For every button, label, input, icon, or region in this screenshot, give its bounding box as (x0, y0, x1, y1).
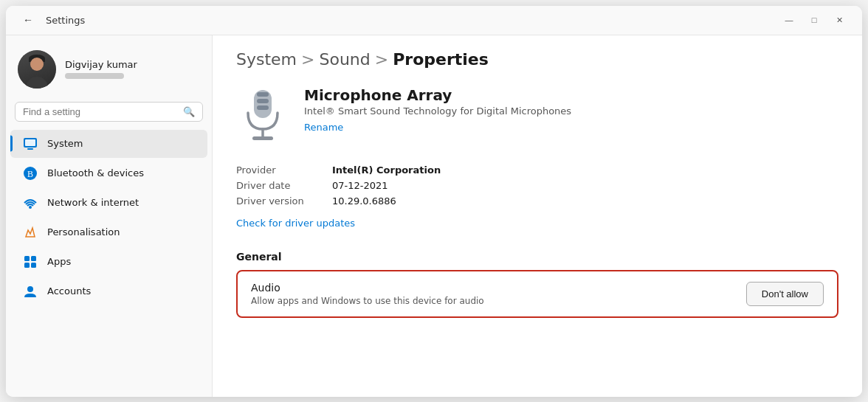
accounts-icon (22, 283, 38, 299)
sidebar-item-bluetooth-label: Bluetooth & devices (47, 167, 144, 179)
user-profile: Digvijay kumar (6, 43, 212, 99)
avatar-body (26, 77, 48, 89)
content-area: System > Sound > Properties (213, 35, 862, 397)
device-header: Microphone Array Intel® Smart Sound Tech… (236, 86, 838, 145)
audio-card-title: Audio (251, 282, 746, 294)
breadcrumb: System > Sound > Properties (236, 50, 838, 69)
audio-card-description: Allow apps and Windows to use this devic… (251, 296, 746, 306)
dont-allow-button[interactable]: Don't allow (746, 282, 824, 306)
device-name: Microphone Array (304, 86, 838, 104)
svg-rect-2 (25, 139, 35, 146)
sidebar-item-bluetooth[interactable]: B Bluetooth & devices (10, 159, 207, 187)
avatar (18, 50, 56, 89)
personalisation-icon (22, 224, 38, 240)
provider-value: Intel(R) Corporation (332, 163, 838, 177)
microphone-icon (238, 86, 288, 145)
provider-label: Provider (236, 163, 332, 177)
svg-rect-13 (257, 99, 269, 103)
breadcrumb-sep2: > (375, 50, 388, 69)
general-section: General Audio Allow apps and Windows to … (236, 251, 838, 318)
minimize-button[interactable]: — (778, 10, 800, 30)
sidebar-item-apps-label: Apps (47, 256, 71, 267)
driver-info: Provider Intel(R) Corporation Driver dat… (236, 163, 838, 208)
user-email-blur (65, 73, 124, 79)
search-box[interactable]: 🔍 (15, 102, 203, 122)
window-title: Settings (46, 15, 85, 26)
device-description: Intel® Smart Sound Technology for Digita… (304, 105, 838, 117)
window-controls: — □ ✕ (778, 10, 850, 30)
svg-rect-14 (257, 105, 269, 110)
svg-rect-7 (31, 256, 36, 261)
audio-card: Audio Allow apps and Windows to use this… (236, 270, 838, 318)
close-button[interactable]: ✕ (828, 10, 850, 30)
sidebar-item-accounts-label: Accounts (47, 285, 91, 297)
breadcrumb-sound[interactable]: Sound (319, 50, 370, 69)
sidebar-item-system-label: System (47, 138, 83, 149)
search-icon: 🔍 (183, 106, 195, 117)
check-driver-updates-link[interactable]: Check for driver updates (236, 218, 355, 229)
svg-rect-9 (31, 263, 36, 268)
driver-version-value: 10.29.0.6886 (332, 194, 838, 208)
settings-window: ← Settings — □ ✕ Digvijay kum (6, 6, 862, 397)
system-icon (22, 136, 38, 152)
svg-rect-8 (24, 263, 30, 268)
svg-point-10 (27, 286, 33, 292)
sidebar-item-apps[interactable]: Apps (10, 248, 207, 276)
apps-icon (22, 254, 38, 270)
back-button[interactable]: ← (18, 10, 38, 30)
title-bar: ← Settings — □ ✕ (6, 6, 862, 35)
user-name: Digvijay kumar (65, 59, 137, 70)
driver-version-label: Driver version (236, 194, 332, 208)
avatar-head (30, 58, 44, 71)
main-content: Digvijay kumar 🔍 System (6, 35, 862, 397)
search-input[interactable] (23, 106, 177, 117)
sidebar: Digvijay kumar 🔍 System (6, 35, 213, 397)
network-icon (22, 195, 38, 211)
svg-rect-1 (27, 148, 33, 150)
bluetooth-icon: B (22, 165, 38, 181)
maximize-button[interactable]: □ (803, 10, 825, 30)
sidebar-item-accounts[interactable]: Accounts (10, 277, 207, 305)
sidebar-item-network[interactable]: Network & internet (10, 189, 207, 217)
sidebar-item-system[interactable]: System (10, 130, 207, 158)
sidebar-item-personalisation-label: Personalisation (47, 226, 120, 238)
device-info: Microphone Array Intel® Smart Sound Tech… (304, 86, 838, 134)
driver-date-value: 07-12-2021 (332, 179, 838, 193)
title-bar-left: ← Settings (18, 10, 85, 30)
rename-link[interactable]: Rename (304, 122, 343, 133)
svg-rect-6 (24, 256, 30, 261)
audio-card-info: Audio Allow apps and Windows to use this… (251, 282, 746, 306)
svg-rect-16 (252, 136, 273, 140)
sidebar-item-network-label: Network & internet (47, 197, 139, 208)
svg-rect-12 (257, 92, 269, 97)
svg-text:B: B (27, 169, 33, 179)
sidebar-item-personalisation[interactable]: Personalisation (10, 218, 207, 246)
breadcrumb-properties: Properties (393, 50, 489, 69)
microphone-icon-wrapper (236, 86, 289, 145)
breadcrumb-sep1: > (301, 50, 314, 69)
svg-point-5 (29, 206, 32, 209)
driver-date-label: Driver date (236, 179, 332, 193)
general-section-title: General (236, 251, 838, 263)
user-info: Digvijay kumar (65, 59, 137, 79)
breadcrumb-system[interactable]: System (236, 50, 297, 69)
